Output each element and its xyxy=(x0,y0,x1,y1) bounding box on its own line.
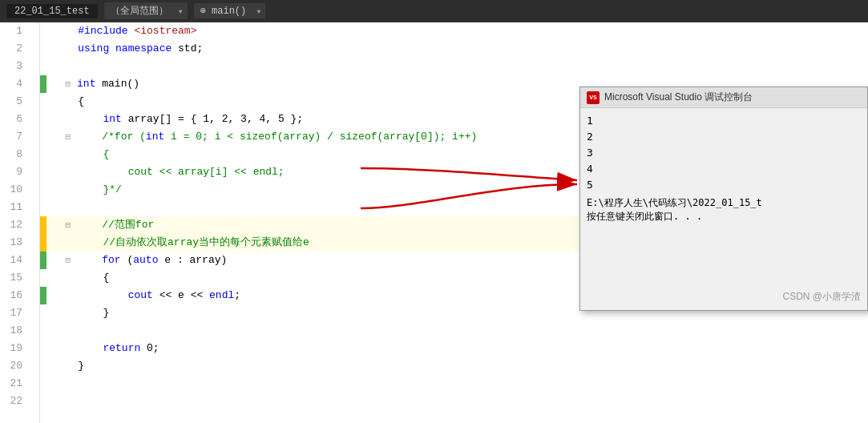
line-number-row: 21 xyxy=(0,375,39,393)
watermark: CSDN @小唐学渣 xyxy=(782,290,861,304)
marker-cell xyxy=(40,287,46,304)
line-number: 3 xyxy=(0,58,29,75)
console-output-line: 1 xyxy=(587,113,861,129)
line-number: 17 xyxy=(0,304,29,322)
console-panel: VS Microsoft Visual Studio 调试控制台 12345E:… xyxy=(579,87,868,311)
line-number: 20 xyxy=(0,357,29,375)
marker-cell xyxy=(40,216,46,234)
top-bar: 22_01_15_test （全局范围） ⊕ main() xyxy=(0,0,868,22)
line-number-gutter: 12345678910111213141516171819202122 xyxy=(0,22,40,423)
marker-cell xyxy=(40,22,46,40)
line-number: 7 xyxy=(0,128,29,146)
line-number: 16 xyxy=(0,287,29,304)
marker-cell xyxy=(40,340,46,357)
code-line xyxy=(46,58,868,75)
line-number: 15 xyxy=(0,269,29,287)
console-title-bar: VS Microsoft Visual Studio 调试控制台 xyxy=(580,87,867,108)
marker-cell xyxy=(40,40,46,58)
line-number: 18 xyxy=(0,322,29,340)
line-number-row: 10 xyxy=(0,181,39,199)
marker-cell xyxy=(40,357,46,375)
line-number: 1 xyxy=(0,22,29,40)
line-number: 13 xyxy=(0,234,29,252)
marker-cell xyxy=(40,393,46,410)
line-number-row: 12 xyxy=(0,216,39,234)
line-number: 9 xyxy=(0,163,29,181)
line-number: 6 xyxy=(0,111,29,128)
console-output-line: 2 xyxy=(587,129,861,145)
marker-cell xyxy=(40,304,46,322)
code-line: } xyxy=(46,357,868,375)
marker-cell xyxy=(40,75,46,93)
code-line xyxy=(46,393,868,410)
marker-cell xyxy=(40,375,46,393)
console-output-line: 5 xyxy=(587,177,861,193)
line-number-row: 16 xyxy=(0,287,39,304)
line-number-row: 18 xyxy=(0,322,39,340)
func-dropdown[interactable]: ⊕ main() xyxy=(194,3,266,18)
console-title: Microsoft Visual Studio 调试控制台 xyxy=(604,91,753,104)
marker-cell xyxy=(40,93,46,111)
line-number-row: 2 xyxy=(0,40,39,58)
vs-icon: VS xyxy=(587,91,600,104)
code-line: return 0; xyxy=(46,340,868,357)
line-number-row: 22 xyxy=(0,393,39,410)
console-hint: 按任意键关闭此窗口. . . xyxy=(587,210,861,224)
marker-area xyxy=(40,22,46,423)
line-number: 10 xyxy=(0,181,29,199)
marker-cell xyxy=(40,234,46,252)
line-number-row: 17 xyxy=(0,304,39,322)
scope-dropdown[interactable]: （全局范围） xyxy=(104,2,188,19)
line-number-row: 8 xyxy=(0,146,39,163)
marker-cell xyxy=(40,163,46,181)
line-number: 22 xyxy=(0,393,29,410)
code-line xyxy=(46,375,868,393)
marker-cell xyxy=(40,128,46,146)
editor-container: 12345678910111213141516171819202122 #inc… xyxy=(0,22,868,423)
line-number: 5 xyxy=(0,93,29,111)
line-number-row: 9 xyxy=(0,163,39,181)
line-number: 8 xyxy=(0,146,29,163)
line-number: 19 xyxy=(0,340,29,357)
code-line: #include <iostream> xyxy=(46,22,868,40)
line-number-row: 14 xyxy=(0,252,39,269)
line-number-row: 13 xyxy=(0,234,39,252)
marker-cell xyxy=(40,322,46,340)
marker-cell xyxy=(40,269,46,287)
line-number: 12 xyxy=(0,216,29,234)
line-number: 11 xyxy=(0,199,29,216)
line-number-row: 1 xyxy=(0,22,39,40)
line-number-row: 11 xyxy=(0,199,39,216)
line-number-row: 19 xyxy=(0,340,39,357)
line-number-row: 7 xyxy=(0,128,39,146)
code-line: using namespace std; xyxy=(46,40,868,58)
marker-cell xyxy=(40,181,46,199)
code-line xyxy=(46,322,868,340)
line-number: 4 xyxy=(0,75,29,93)
marker-cell xyxy=(40,58,46,75)
line-number: 21 xyxy=(0,375,29,393)
marker-cell xyxy=(40,252,46,269)
marker-cell xyxy=(40,199,46,216)
console-path: E:\程序人生\代码练习\2022_01_15_t xyxy=(587,196,861,210)
console-output-line: 3 xyxy=(587,145,861,161)
line-number-row: 15 xyxy=(0,269,39,287)
console-content: 12345E:\程序人生\代码练习\2022_01_15_t按任意键关闭此窗口.… xyxy=(580,108,867,228)
line-number-row: 6 xyxy=(0,111,39,128)
line-number-row: 4 xyxy=(0,75,39,93)
line-number-row: 3 xyxy=(0,58,39,75)
console-output-line: 4 xyxy=(587,161,861,177)
line-number: 2 xyxy=(0,40,29,58)
line-number-row: 20 xyxy=(0,357,39,375)
marker-cell xyxy=(40,111,46,128)
file-tab[interactable]: 22_01_15_test xyxy=(6,4,98,18)
line-number: 14 xyxy=(0,252,29,269)
line-number-row: 5 xyxy=(0,93,39,111)
marker-cell xyxy=(40,146,46,163)
